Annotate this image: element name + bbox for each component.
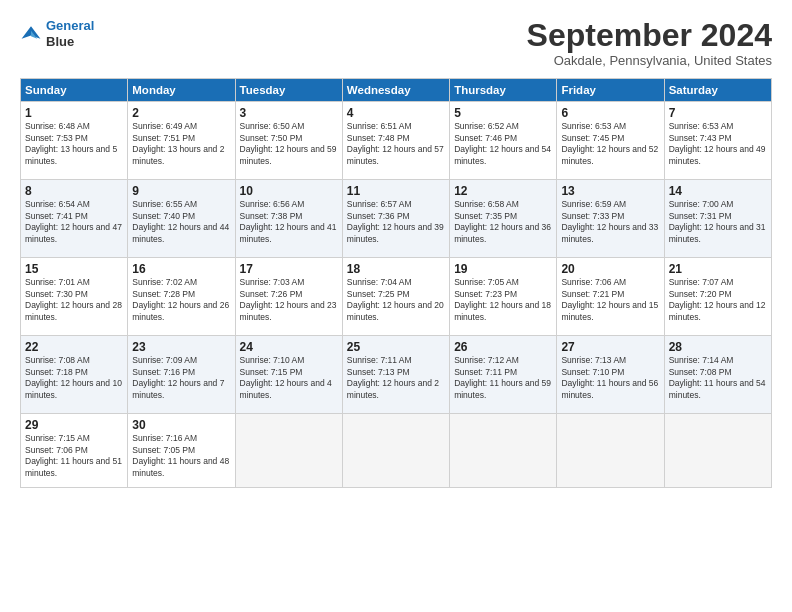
- page: General Blue September 2024 Oakdale, Pen…: [0, 0, 792, 612]
- list-item: [235, 414, 342, 488]
- list-item: [342, 414, 449, 488]
- list-item: 28Sunrise: 7:14 AMSunset: 7:08 PMDayligh…: [664, 336, 771, 414]
- list-item: 11Sunrise: 6:57 AMSunset: 7:36 PMDayligh…: [342, 180, 449, 258]
- col-friday: Friday: [557, 79, 664, 102]
- table-row: 22Sunrise: 7:08 AMSunset: 7:18 PMDayligh…: [21, 336, 772, 414]
- col-tuesday: Tuesday: [235, 79, 342, 102]
- list-item: 25Sunrise: 7:11 AMSunset: 7:13 PMDayligh…: [342, 336, 449, 414]
- col-thursday: Thursday: [450, 79, 557, 102]
- list-item: 4Sunrise: 6:51 AMSunset: 7:48 PMDaylight…: [342, 102, 449, 180]
- list-item: 14Sunrise: 7:00 AMSunset: 7:31 PMDayligh…: [664, 180, 771, 258]
- table-row: 1Sunrise: 6:48 AMSunset: 7:53 PMDaylight…: [21, 102, 772, 180]
- list-item: 27Sunrise: 7:13 AMSunset: 7:10 PMDayligh…: [557, 336, 664, 414]
- list-item: 9Sunrise: 6:55 AMSunset: 7:40 PMDaylight…: [128, 180, 235, 258]
- list-item: 20Sunrise: 7:06 AMSunset: 7:21 PMDayligh…: [557, 258, 664, 336]
- col-saturday: Saturday: [664, 79, 771, 102]
- location: Oakdale, Pennsylvania, United States: [527, 53, 772, 68]
- table-row: 15Sunrise: 7:01 AMSunset: 7:30 PMDayligh…: [21, 258, 772, 336]
- col-wednesday: Wednesday: [342, 79, 449, 102]
- list-item: [664, 414, 771, 488]
- list-item: 10Sunrise: 6:56 AMSunset: 7:38 PMDayligh…: [235, 180, 342, 258]
- list-item: 16Sunrise: 7:02 AMSunset: 7:28 PMDayligh…: [128, 258, 235, 336]
- header-row: Sunday Monday Tuesday Wednesday Thursday…: [21, 79, 772, 102]
- list-item: 15Sunrise: 7:01 AMSunset: 7:30 PMDayligh…: [21, 258, 128, 336]
- list-item: 17Sunrise: 7:03 AMSunset: 7:26 PMDayligh…: [235, 258, 342, 336]
- logo: General Blue: [20, 18, 94, 49]
- table-row: 29Sunrise: 7:15 AMSunset: 7:06 PMDayligh…: [21, 414, 772, 488]
- list-item: 18Sunrise: 7:04 AMSunset: 7:25 PMDayligh…: [342, 258, 449, 336]
- list-item: 5Sunrise: 6:52 AMSunset: 7:46 PMDaylight…: [450, 102, 557, 180]
- list-item: 6Sunrise: 6:53 AMSunset: 7:45 PMDaylight…: [557, 102, 664, 180]
- col-monday: Monday: [128, 79, 235, 102]
- logo-icon: [20, 23, 42, 45]
- list-item: 26Sunrise: 7:12 AMSunset: 7:11 PMDayligh…: [450, 336, 557, 414]
- list-item: 7Sunrise: 6:53 AMSunset: 7:43 PMDaylight…: [664, 102, 771, 180]
- list-item: 24Sunrise: 7:10 AMSunset: 7:15 PMDayligh…: [235, 336, 342, 414]
- list-item: [557, 414, 664, 488]
- calendar-table: Sunday Monday Tuesday Wednesday Thursday…: [20, 78, 772, 488]
- header: General Blue September 2024 Oakdale, Pen…: [20, 18, 772, 68]
- list-item: 23Sunrise: 7:09 AMSunset: 7:16 PMDayligh…: [128, 336, 235, 414]
- list-item: 3Sunrise: 6:50 AMSunset: 7:50 PMDaylight…: [235, 102, 342, 180]
- list-item: 13Sunrise: 6:59 AMSunset: 7:33 PMDayligh…: [557, 180, 664, 258]
- list-item: 30Sunrise: 7:16 AMSunset: 7:05 PMDayligh…: [128, 414, 235, 488]
- list-item: 19Sunrise: 7:05 AMSunset: 7:23 PMDayligh…: [450, 258, 557, 336]
- table-row: 8Sunrise: 6:54 AMSunset: 7:41 PMDaylight…: [21, 180, 772, 258]
- title-block: September 2024 Oakdale, Pennsylvania, Un…: [527, 18, 772, 68]
- list-item: 8Sunrise: 6:54 AMSunset: 7:41 PMDaylight…: [21, 180, 128, 258]
- list-item: 1Sunrise: 6:48 AMSunset: 7:53 PMDaylight…: [21, 102, 128, 180]
- list-item: 22Sunrise: 7:08 AMSunset: 7:18 PMDayligh…: [21, 336, 128, 414]
- list-item: 29Sunrise: 7:15 AMSunset: 7:06 PMDayligh…: [21, 414, 128, 488]
- list-item: 2Sunrise: 6:49 AMSunset: 7:51 PMDaylight…: [128, 102, 235, 180]
- logo-text: General Blue: [46, 18, 94, 49]
- list-item: 12Sunrise: 6:58 AMSunset: 7:35 PMDayligh…: [450, 180, 557, 258]
- col-sunday: Sunday: [21, 79, 128, 102]
- list-item: [450, 414, 557, 488]
- month-title: September 2024: [527, 18, 772, 53]
- list-item: 21Sunrise: 7:07 AMSunset: 7:20 PMDayligh…: [664, 258, 771, 336]
